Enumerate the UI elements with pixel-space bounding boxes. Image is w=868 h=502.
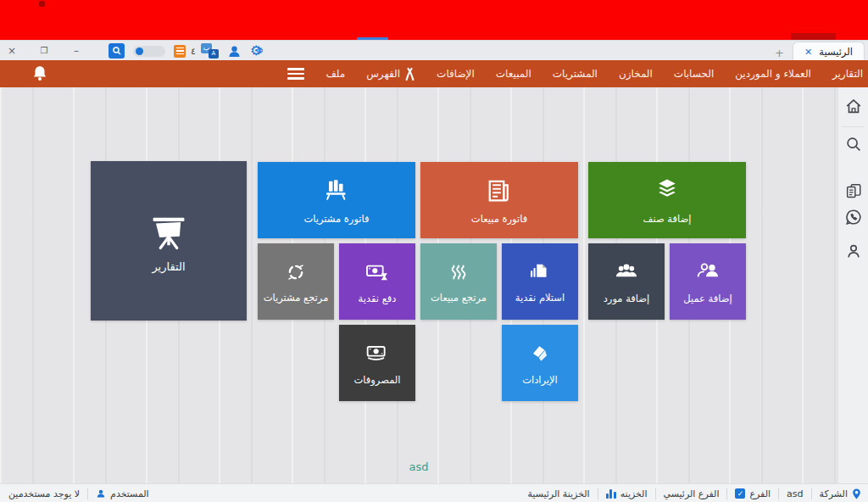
status-divider xyxy=(87,488,88,499)
status-divider xyxy=(655,488,656,499)
status-context-group: الخزينة الرئيسية الخزينه الفرع الرئيسي ✓… xyxy=(527,484,861,502)
user-icon xyxy=(96,488,106,499)
banknote-icon xyxy=(364,340,391,367)
counter-badge: ٤ xyxy=(191,46,196,57)
tile-reports[interactable]: التقارير xyxy=(91,161,247,321)
new-tab-button[interactable]: + xyxy=(775,47,784,59)
toggle-switch[interactable] xyxy=(133,46,165,57)
status-user-group: لا يوجد مستخدمين المستخدم xyxy=(8,484,149,502)
translate-icon[interactable]: ب A xyxy=(201,43,219,59)
tile-label: فاتورة مشتريات xyxy=(303,213,369,225)
suppliers-icon xyxy=(613,259,640,286)
tile-label: دفع نقدية xyxy=(359,293,397,304)
tile-label: إضافة عميل xyxy=(683,293,732,304)
tile-purchase-returns[interactable]: مرتجع مشتريات xyxy=(258,243,334,320)
status-treasury-label[interactable]: الخزينه xyxy=(606,488,648,499)
tile-label: إضافة مورد xyxy=(604,293,650,304)
user-account-icon[interactable] xyxy=(227,44,242,59)
tile-cash-receipt[interactable]: استلام نقدية xyxy=(502,243,578,320)
tab-home[interactable]: ✕ الرئيسية xyxy=(793,42,865,61)
status-branch-label[interactable]: ✓ الفرع xyxy=(735,488,771,499)
ribbon-icon xyxy=(404,67,415,81)
right-sidebar xyxy=(837,87,868,483)
add-client-icon xyxy=(694,259,721,286)
coil-icon xyxy=(446,259,471,285)
home-icon[interactable] xyxy=(844,98,863,116)
menu-item-accounts[interactable]: الحسابات xyxy=(674,68,714,80)
cash-pay-icon xyxy=(364,259,391,286)
banner-dark-red-block xyxy=(791,33,836,40)
status-company-label[interactable]: الشركة xyxy=(820,488,861,499)
tile-purchase-invoice[interactable]: فاتورة مشتريات xyxy=(258,162,415,238)
status-bar: لا يوجد مستخدمين المستخدم الخزينة الرئيس… xyxy=(0,483,868,502)
status-company-value: asd xyxy=(787,488,803,499)
tile-cash-payment[interactable]: دفع نقدية xyxy=(339,243,415,320)
status-user-value: لا يوجد مستخدمين xyxy=(8,488,80,499)
tile-sales-invoice[interactable]: فاتورة مبيعات xyxy=(420,162,578,238)
location-pin-icon xyxy=(852,488,861,499)
tile-label: مرتجع مشتريات xyxy=(264,292,329,304)
tile-add-item[interactable]: إضافة صنف xyxy=(588,162,746,238)
tile-label: التقارير xyxy=(152,260,185,273)
status-divider xyxy=(811,488,812,499)
menu-item-index[interactable]: الفهرس xyxy=(366,67,415,81)
checkbox-icon: ✓ xyxy=(735,488,745,499)
tile-label: إضافة صنف xyxy=(643,213,692,225)
toolbar-row: × ❐ – ٤ ب A ⚙⚙ + ✕ الرئيسية xyxy=(0,40,868,60)
minimize-window-button[interactable]: – xyxy=(70,41,83,61)
menu-item-addons[interactable]: الإضافات xyxy=(437,68,475,80)
menu-item-reports[interactable]: التقارير xyxy=(832,68,863,80)
tile-label: استلام نقدية xyxy=(515,292,565,304)
menu-item-file[interactable]: ملف xyxy=(326,68,345,80)
presentation-icon xyxy=(147,209,191,254)
treasury-bars-icon xyxy=(606,488,616,499)
tile-sales-returns[interactable]: مرتجع مبيعات xyxy=(420,243,497,320)
close-window-button[interactable]: × xyxy=(5,41,19,61)
list-button[interactable] xyxy=(174,45,186,58)
tile-label: الإيرادات xyxy=(522,374,558,386)
company-watermark: asd xyxy=(0,460,837,473)
tab-label: الرئيسية xyxy=(819,46,853,58)
tile-label: فاتورة مبيعات xyxy=(471,213,527,225)
menu-item-sales[interactable]: المبيعات xyxy=(496,68,531,80)
status-treasury-value: الخزينة الرئيسية xyxy=(527,488,589,499)
tile-revenues[interactable]: الإيرادات xyxy=(502,325,578,401)
tag-icon xyxy=(526,340,554,367)
status-user-label[interactable]: المستخدم xyxy=(96,488,149,499)
tile-add-client[interactable]: إضافة عميل xyxy=(670,243,746,320)
menu-item-purchases[interactable]: المشتريات xyxy=(553,68,598,80)
status-branch-value: الفرع الرئيسي xyxy=(664,488,720,499)
restore-window-button[interactable]: ❐ xyxy=(37,41,51,61)
books-icon xyxy=(321,176,352,206)
window-controls: × ❐ – xyxy=(5,41,83,61)
whatsapp-icon[interactable] xyxy=(844,208,863,226)
menu-item-clients-suppliers[interactable]: العملاء و الموردين xyxy=(735,68,811,80)
person-icon[interactable] xyxy=(844,242,863,260)
main-menu-bar: ملف الفهرس الإضافات المبيعات المشتريات ا… xyxy=(0,60,868,87)
search-button[interactable] xyxy=(108,43,125,59)
search-icon[interactable] xyxy=(844,135,863,153)
receipt-icon xyxy=(527,259,553,285)
menu-items: ملف الفهرس الإضافات المبيعات المشتريات ا… xyxy=(286,60,863,87)
search-icon xyxy=(112,46,122,56)
documents-icon[interactable] xyxy=(844,182,863,201)
notifications-bell-icon[interactable] xyxy=(31,64,49,83)
dashboard-area: التقارير فاتورة مشتريات فاتورة مبيعات إض… xyxy=(0,87,868,483)
tab-strip: + ✕ الرئيسية xyxy=(775,41,865,61)
toggle-knob xyxy=(136,47,143,55)
tab-close-icon[interactable]: ✕ xyxy=(804,47,812,58)
tile-label: المصروفات xyxy=(353,374,400,386)
toolbar-icons: ٤ ب A ⚙⚙ xyxy=(108,41,258,61)
status-divider xyxy=(598,488,598,499)
tile-expenses[interactable]: المصروفات xyxy=(339,325,415,401)
refresh-icon xyxy=(283,259,309,285)
hamburger-menu-icon[interactable] xyxy=(287,68,304,80)
invoice-icon xyxy=(484,176,515,206)
layers-icon xyxy=(652,176,682,206)
menu-item-warehouses[interactable]: المخازن xyxy=(619,68,653,80)
tile-label: مرتجع مبيعات xyxy=(431,292,487,304)
red-banner xyxy=(0,0,868,40)
status-divider xyxy=(778,488,779,499)
tile-add-supplier[interactable]: إضافة مورد xyxy=(588,243,665,320)
settings-gears-icon[interactable]: ⚙⚙ xyxy=(250,43,258,59)
